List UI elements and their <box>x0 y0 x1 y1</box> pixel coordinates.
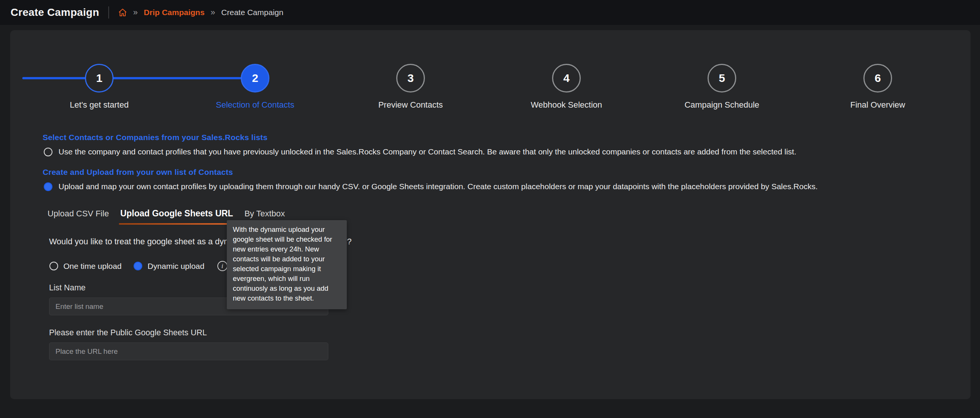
radio-unlocked-profiles[interactable] <box>44 148 52 156</box>
title-divider <box>108 6 109 19</box>
section-heading-sales-rocks-lists: Select Contacts or Companies from your S… <box>43 133 940 142</box>
step-2-circle[interactable]: 2 <box>241 64 269 93</box>
radio-own-upload-label: Upload and map your own contact profiles… <box>59 182 818 191</box>
step-campaign-schedule[interactable]: 5 Campaign Schedule <box>662 64 782 110</box>
contact-selection-content: Select Contacts or Companies from your S… <box>43 128 940 360</box>
wizard-stepper: 1 Let's get started 2 Selection of Conta… <box>10 30 970 117</box>
radio-dynamic-upload[interactable] <box>134 262 142 270</box>
breadcrumb-link-drip-campaigns[interactable]: Drip Campaigns <box>144 8 205 17</box>
step-5-label: Campaign Schedule <box>662 100 782 110</box>
info-icon[interactable]: i <box>217 261 228 271</box>
upload-method-tabs: Upload CSV File Upload Google Sheets URL… <box>48 209 940 225</box>
section-heading-own-list: Create and Upload from your own list of … <box>43 168 940 177</box>
breadcrumb-current-page: Create Campaign <box>221 8 283 17</box>
radio-one-time-upload[interactable] <box>49 262 58 270</box>
step-3-circle[interactable]: 3 <box>396 64 425 93</box>
radio-unlocked-profiles-label: Use the company and contact profiles tha… <box>59 147 796 156</box>
step-6-circle[interactable]: 6 <box>863 64 892 93</box>
step-6-label: Final Overview <box>817 100 938 110</box>
step-preview-contacts[interactable]: 3 Preview Contacts <box>350 64 471 110</box>
radio-one-time-upload-label: One time upload <box>64 262 121 271</box>
radio-row-own-upload[interactable]: Upload and map your own contact profiles… <box>44 182 940 191</box>
upload-type-radio-group: One time upload Dynamic upload i <box>49 261 940 271</box>
step-lets-get-started[interactable]: 1 Let's get started <box>39 64 160 110</box>
step-1-circle[interactable]: 1 <box>85 64 114 93</box>
dynamic-static-question: Would you like to treat the google sheet… <box>49 237 940 247</box>
radio-dynamic-upload-label: Dynamic upload <box>148 262 205 271</box>
radio-own-upload[interactable] <box>44 182 52 191</box>
step-3-label: Preview Contacts <box>350 100 471 110</box>
step-4-circle[interactable]: 4 <box>552 64 581 93</box>
dynamic-upload-tooltip: With the dynamic upload your google shee… <box>227 220 347 309</box>
radio-row-one-time-upload[interactable]: One time upload <box>49 262 121 271</box>
sheets-url-label: Please enter the Public Google Sheets UR… <box>49 328 940 338</box>
step-5-circle[interactable]: 5 <box>708 64 736 93</box>
tab-upload-google-sheets-url[interactable]: Upload Google Sheets URL <box>120 209 233 225</box>
list-name-label: List Name <box>49 283 940 293</box>
step-final-overview[interactable]: 6 Final Overview <box>817 64 938 110</box>
step-selection-of-contacts[interactable]: 2 Selection of Contacts <box>195 64 315 110</box>
radio-row-unlocked-profiles[interactable]: Use the company and contact profiles tha… <box>44 147 940 156</box>
breadcrumb-separator-icon: » <box>133 8 138 18</box>
radio-row-dynamic-upload[interactable]: Dynamic upload <box>134 262 205 271</box>
stepper-progress-line <box>22 77 255 79</box>
step-4-label: Webhook Selection <box>506 100 627 110</box>
sheets-url-input[interactable] <box>49 343 328 360</box>
top-header: Create Campaign » Drip Campaigns » Creat… <box>0 0 980 25</box>
tab-upload-csv-file[interactable]: Upload CSV File <box>48 209 109 225</box>
step-webhook-selection[interactable]: 4 Webhook Selection <box>506 64 627 110</box>
step-2-label: Selection of Contacts <box>195 100 315 110</box>
page-title: Create Campaign <box>11 6 99 19</box>
create-campaign-card: 1 Let's get started 2 Selection of Conta… <box>10 30 970 399</box>
breadcrumb: » Drip Campaigns » Create Campaign <box>118 8 283 18</box>
home-icon[interactable] <box>118 8 127 17</box>
step-1-label: Let's get started <box>39 100 160 110</box>
breadcrumb-separator-icon: » <box>210 8 215 18</box>
